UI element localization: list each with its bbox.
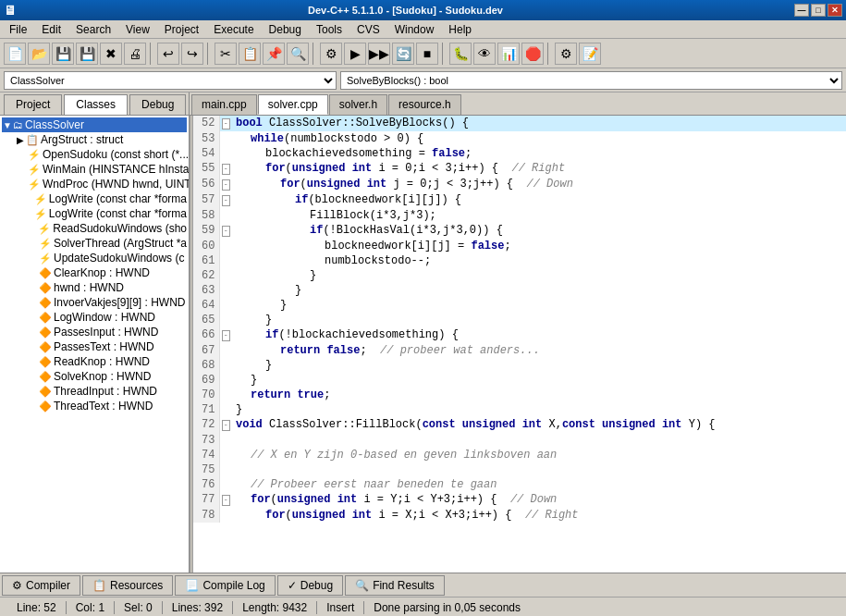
tab-compile-log[interactable]: 📃 Compile Log [175,575,275,596]
print-button[interactable]: 🖨 [124,43,146,65]
tab-find-results[interactable]: 🔍 Find Results [345,575,445,596]
fold-button[interactable]: - [219,223,232,239]
menu-search[interactable]: Search [68,21,118,38]
fold-button[interactable]: - [219,492,232,508]
fold-button[interactable] [219,343,232,358]
code-row[interactable]: 54blockachievedsomething = false; [193,146,846,161]
tree-item-5[interactable]: ⚡LogWrite (const char *forma [2,191,187,206]
new-button[interactable]: 📄 [4,43,26,65]
fold-button[interactable]: - [219,327,232,343]
debug-run-button[interactable]: 🐛 [449,43,472,65]
open-button[interactable]: 📂 [28,43,50,65]
code-row[interactable]: 53while(numblockstodo > 0) { [193,131,846,146]
code-row[interactable]: 77-for(unsigned int i = Y;i < Y+3;i++) {… [193,492,846,508]
code-row[interactable]: 59-if(!BlockHasVal(i*3,j*3,0)) { [193,223,846,239]
fold-button[interactable] [219,508,232,523]
tree-item-9[interactable]: ⚡UpdateSudokuWindows (c [2,251,187,265]
fold-button[interactable] [219,239,232,253]
paste-button[interactable]: 📌 [263,43,285,65]
menu-tools[interactable]: Tools [309,21,349,38]
code-row[interactable]: 60blockneedwork[i][j] = false; [193,239,846,253]
tree-item-19[interactable]: 🔶ThreadText : HWND [2,399,187,413]
code-row[interactable]: 56-for(unsigned int j = 0;j < 3;j++) { /… [193,177,846,192]
code-row[interactable]: 74// X en Y zijn 0-based en geven linksb… [193,448,846,462]
fold-button[interactable]: - [219,177,232,192]
menu-cvs[interactable]: CVS [349,21,387,38]
stop-button[interactable]: ■ [416,43,438,65]
maximize-button[interactable]: □ [811,4,826,17]
tree-item-17[interactable]: 🔶SolveKnop : HWND [2,369,187,384]
tree-item-13[interactable]: 🔶LogWindow : HWND [2,310,187,325]
code-row[interactable]: 78for(unsigned int i = X;i < X+3;i++) { … [193,508,846,523]
menu-project[interactable]: Project [157,21,206,38]
fold-button[interactable] [219,477,232,492]
fold-button[interactable]: - [219,161,232,177]
code-row[interactable]: 65} [193,313,846,327]
file-tab-resource[interactable]: resource.h [388,94,461,115]
tree-item-15[interactable]: 🔶PassesText : HWND [2,339,187,354]
run-button[interactable]: ▶ [344,43,366,65]
tab-debug[interactable]: ✓ Debug [277,575,343,596]
code-row[interactable]: 75 [193,462,846,477]
rebuild-button[interactable]: 🔄 [392,43,414,65]
code-row[interactable]: 69} [193,373,846,388]
fold-button[interactable] [219,268,232,283]
fold-button[interactable] [219,283,232,298]
minimize-button[interactable]: — [794,4,809,17]
tree-item-7[interactable]: ⚡ReadSudokuWindows (sho [2,221,187,236]
fold-button[interactable] [219,373,232,388]
code-row[interactable]: 52-bool ClassSolver::SolveByBlocks() { [193,116,846,131]
tree-item-10[interactable]: 🔶ClearKnop : HWND [2,265,187,280]
fold-button[interactable] [219,253,232,268]
tree-item-18[interactable]: 🔶ThreadInput : HWND [2,384,187,399]
code-row[interactable]: 71} [193,402,846,417]
tab-classes[interactable]: Classes [64,94,128,115]
fold-button[interactable] [219,313,232,327]
fold-button[interactable] [219,388,232,402]
file-tab-solver-h[interactable]: solver.h [329,94,387,115]
code-row[interactable]: 61numblockstodo--; [193,253,846,268]
code-row[interactable]: 72-void ClassSolver::FillBlock(const uns… [193,417,846,433]
code-row[interactable]: 67return false; // probeer wat anders... [193,343,846,358]
code-row[interactable]: 68} [193,358,846,373]
expand-icon[interactable]: ▼ [2,119,13,130]
code-row[interactable]: 73 [193,433,846,448]
tree-item-0[interactable]: ▼🗂ClassSolver [2,117,187,132]
tree-item-11[interactable]: 🔶hwnd : HWND [2,280,187,295]
menu-window[interactable]: Window [387,21,442,38]
method-dropdown[interactable]: SolveByBlocks() : bool [340,71,842,90]
close-file-button[interactable]: ✖ [100,43,122,65]
compile-run-button[interactable]: ▶▶ [368,43,390,65]
editor-options-button[interactable]: 📝 [579,43,601,65]
file-tab-solver-cpp[interactable]: solver.cpp [258,94,328,115]
find-button[interactable]: 🔍 [287,43,309,65]
menu-edit[interactable]: Edit [34,21,68,38]
fold-button[interactable]: - [219,116,232,131]
fold-button[interactable] [219,433,232,448]
fold-button[interactable] [219,402,232,417]
code-content[interactable]: 52-bool ClassSolver::SolveByBlocks() {53… [193,116,846,573]
tab-project[interactable]: Project [4,94,62,115]
project-options-button[interactable]: ⚙ [555,43,577,65]
file-tab-main[interactable]: main.cpp [191,94,257,115]
undo-button[interactable]: ↩ [157,43,179,65]
tree-item-12[interactable]: 🔶InvoerVakjes[9][9] : HWND [2,295,187,310]
saveall-button[interactable]: 💾 [76,43,98,65]
tree-item-3[interactable]: ⚡WinMain (HINSTANCE hInstar [2,162,187,177]
redo-button[interactable]: ↪ [181,43,203,65]
save-button[interactable]: 💾 [52,43,74,65]
tab-compiler[interactable]: ⚙ Compiler [2,575,80,596]
menu-help[interactable]: Help [441,21,479,38]
code-row[interactable]: 57-if(blockneedwork[i][j]) { [193,192,846,208]
close-button[interactable]: ✕ [828,4,842,17]
class-dropdown[interactable]: ClassSolver [4,71,337,90]
cut-button[interactable]: ✂ [215,43,237,65]
fold-button[interactable] [219,131,232,146]
fold-button[interactable] [219,448,232,462]
add-watch-button[interactable]: 👁 [473,43,496,65]
expand-icon[interactable]: ▶ [15,134,26,145]
code-row[interactable]: 58FillBlock(i*3,j*3); [193,208,846,223]
menu-view[interactable]: View [118,21,157,38]
tree-item-6[interactable]: ⚡LogWrite (const char *forma [2,206,187,221]
tree-item-1[interactable]: ▶📋ArgStruct : struct [2,132,187,147]
